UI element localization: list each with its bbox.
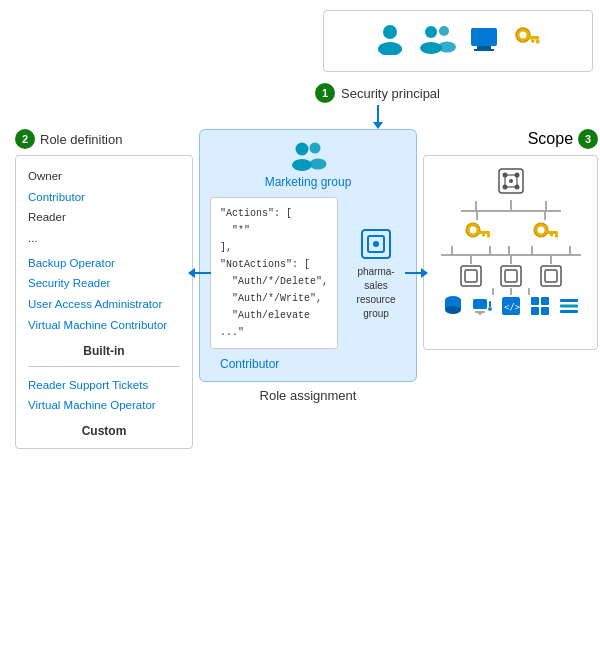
svg-point-16 (310, 143, 321, 154)
svg-point-14 (296, 143, 309, 156)
svg-text:</>: </> (504, 302, 521, 312)
svg-point-54 (488, 307, 492, 311)
resource-group-area: pharma-salesresource group (346, 226, 406, 321)
svg-point-2 (425, 26, 437, 38)
right-arrow (405, 268, 428, 278)
resource-group-icon (358, 226, 394, 262)
svg-point-0 (383, 25, 397, 39)
vm-icon (471, 295, 493, 317)
group-icon (417, 23, 457, 59)
resource-group-level (459, 256, 563, 288)
scope-label: Scope 3 (423, 129, 598, 149)
svg-rect-8 (474, 49, 494, 51)
svg-rect-6 (471, 28, 497, 46)
svg-rect-34 (487, 234, 490, 238)
svg-rect-50 (473, 299, 487, 309)
svg-point-49 (445, 306, 461, 314)
svg-rect-35 (482, 234, 485, 237)
svg-point-30 (509, 179, 513, 183)
number-2: 2 (15, 129, 35, 149)
code-box: "Actions": [ "*" ], "NotActions": [ "Aut… (210, 197, 338, 349)
svg-rect-63 (560, 310, 578, 313)
tree-h-line-2 (441, 254, 581, 256)
role-assignment-section: Marketing group "Actions": [ "*" ], (199, 129, 417, 403)
svg-point-32 (469, 227, 476, 234)
custom-label: Custom (28, 424, 180, 438)
role-definition-label: 2 Role definition (15, 129, 193, 149)
function-icon: </> (500, 295, 522, 317)
svg-rect-38 (547, 231, 558, 234)
marketing-group-icon (289, 140, 327, 172)
number-3: 3 (578, 129, 598, 149)
number-1: 1 (315, 83, 335, 103)
svg-rect-60 (541, 307, 549, 315)
user-access-admin-role[interactable]: User Access Administrator (28, 294, 180, 315)
rg-icon-1 (459, 264, 483, 288)
svg-point-15 (292, 159, 312, 171)
marketing-group-label: Marketing group (265, 175, 352, 189)
svg-rect-44 (505, 270, 517, 282)
svg-rect-39 (555, 234, 558, 238)
subscription-level (463, 212, 559, 246)
svg-point-17 (310, 159, 327, 170)
scope-tree: </> (432, 166, 589, 317)
user-icon (375, 23, 405, 59)
svg-rect-53 (489, 301, 491, 307)
svg-point-1 (378, 42, 402, 55)
reader-role[interactable]: Reader (28, 207, 180, 228)
role-assignment-box: Marketing group "Actions": [ "*" ], (199, 129, 417, 382)
svg-rect-58 (541, 297, 549, 305)
scope-section: Scope 3 (423, 129, 598, 350)
svg-rect-61 (560, 299, 578, 302)
tree-lines-2 (489, 246, 533, 254)
svg-rect-7 (477, 46, 491, 49)
backup-operator-role[interactable]: Backup Operator (28, 253, 180, 274)
builtin-label: Built-in (28, 344, 180, 358)
mgmt-group-node (496, 166, 526, 200)
tree-line-1 (510, 200, 512, 210)
svg-rect-52 (478, 313, 482, 315)
contributor-label: Contributor (220, 357, 406, 371)
svg-rect-62 (560, 305, 578, 308)
reader-support-role[interactable]: Reader Support Tickets (28, 375, 180, 396)
rg-icon-3 (539, 264, 563, 288)
svg-rect-11 (528, 36, 539, 40)
contributor-role[interactable]: Contributor (28, 187, 180, 208)
diagram-container: 1 Security principal 2 Role definition O… (0, 0, 600, 645)
security-principal-box (323, 10, 593, 72)
security-reader-role[interactable]: Security Reader (28, 273, 180, 294)
svg-point-5 (438, 42, 456, 53)
app-service-icon (529, 295, 551, 317)
resource-level: </> (442, 295, 580, 317)
tree-h-line-1 (461, 210, 561, 212)
svg-point-10 (519, 32, 526, 39)
left-arrow (188, 268, 211, 278)
ellipsis-role: ... (28, 228, 180, 249)
lines-icon (558, 295, 580, 317)
vm-contributor-role[interactable]: Virtual Machine Contributor (28, 315, 180, 336)
svg-rect-43 (501, 266, 521, 286)
svg-rect-59 (531, 307, 539, 315)
svg-point-37 (537, 227, 544, 234)
resource-group-label: pharma-salesresource group (346, 265, 406, 321)
role-definition-section: 2 Role definition Owner Contributor Read… (15, 129, 193, 449)
svg-rect-42 (465, 270, 477, 282)
storage-icon (442, 295, 464, 317)
vm-operator-role[interactable]: Virtual Machine Operator (28, 395, 180, 416)
key-icon (511, 24, 541, 58)
rg-icon-2 (499, 264, 523, 288)
svg-rect-45 (541, 266, 561, 286)
role-assignment-title: Role assignment (260, 388, 357, 403)
svg-rect-12 (536, 40, 540, 44)
svg-rect-51 (475, 311, 485, 313)
key-icon-right (531, 220, 559, 246)
scope-box: </> (423, 155, 598, 350)
svg-rect-33 (479, 231, 490, 234)
svg-rect-57 (531, 297, 539, 305)
owner-role[interactable]: Owner (28, 166, 180, 187)
role-definition-box: Owner Contributor Reader ... Backup Oper… (15, 155, 193, 449)
svg-rect-41 (461, 266, 481, 286)
app-icon (469, 24, 499, 58)
tree-lines-3 (492, 288, 530, 295)
svg-rect-46 (545, 270, 557, 282)
